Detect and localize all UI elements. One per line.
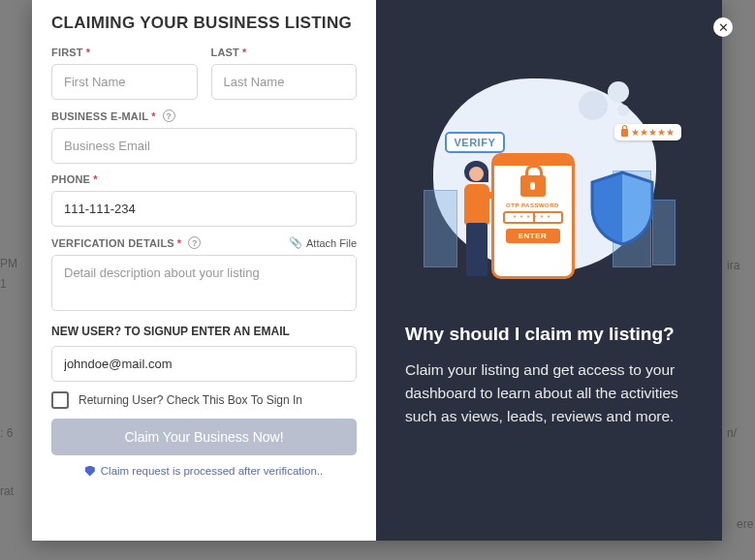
required-asterisk: * (242, 47, 246, 58)
bubble-shape (617, 105, 629, 116)
phone-illustration: OTP PASSWORD *** *** ENTER (491, 153, 575, 279)
bubble-shape (608, 81, 629, 103)
claim-business-button[interactable]: Claim Your Business Now! (51, 419, 357, 455)
label-text: PHONE (51, 173, 90, 185)
required-asterisk: * (151, 110, 155, 122)
label-text: BUSINESS E-MAIL (51, 110, 148, 122)
modal-title: CLAIMING YOUR BUSINESS LISTING (51, 14, 357, 33)
attach-file-button[interactable]: 📎 Attach File (289, 236, 357, 249)
label-text: VERFICATION DETAILS (51, 237, 174, 249)
shield-icon (85, 466, 95, 477)
business-email-input[interactable] (51, 128, 357, 164)
signup-email-input[interactable] (51, 346, 357, 382)
required-asterisk: * (93, 173, 97, 185)
returning-user-label: Returning User? Check This Box To Sign I… (79, 393, 302, 407)
close-icon: ✕ (718, 20, 729, 35)
verification-details-field: VERFICATION DETAILS * ? 📎 Attach File (51, 236, 357, 315)
shield-illustration (588, 171, 656, 246)
last-name-input[interactable] (211, 64, 358, 100)
label-text: LAST (211, 47, 240, 58)
required-asterisk: * (86, 47, 90, 58)
last-name-field: LAST* (211, 47, 358, 100)
returning-user-checkbox[interactable] (51, 391, 69, 409)
lock-icon (621, 129, 628, 137)
promo-body: Claim your listing and get access to you… (405, 358, 693, 428)
modal-promo-panel: VERIFY ★★★★★ OTP PASSWORD *** *** ENTER (376, 0, 722, 541)
help-icon[interactable]: ? (163, 109, 175, 122)
required-asterisk: * (177, 237, 181, 249)
claim-listing-modal: ✕ CLAIMING YOUR BUSINESS LISTING FIRST* … (32, 0, 722, 541)
illustration: VERIFY ★★★★★ OTP PASSWORD *** *** ENTER (424, 45, 676, 296)
help-icon[interactable]: ? (188, 236, 201, 249)
field-label: VERFICATION DETAILS * ? (51, 236, 201, 249)
field-label: LAST* (211, 47, 358, 58)
field-label: FIRST* (51, 47, 198, 58)
lock-icon (520, 175, 546, 197)
field-label: BUSINESS E-MAIL* ? (51, 109, 357, 122)
paperclip-icon: 📎 (289, 236, 302, 249)
attach-label: Attach File (306, 237, 357, 249)
first-name-input[interactable] (51, 64, 198, 100)
phone-field: PHONE* (51, 173, 357, 227)
returning-user-row: Returning User? Check This Box To Sign I… (51, 391, 357, 409)
bubble-shape (579, 91, 608, 120)
password-bubble: ★★★★★ (614, 124, 681, 140)
business-email-field: BUSINESS E-MAIL* ? (51, 109, 357, 164)
verify-badge: VERIFY (445, 132, 506, 153)
first-name-field: FIRST* (51, 47, 198, 100)
promo-heading: Why should I claim my listing? (405, 324, 693, 345)
enter-label: ENTER (506, 229, 560, 243)
verification-details-input[interactable] (51, 255, 357, 311)
otp-dots: *** *** (503, 211, 563, 224)
note-text: Claim request is processed after verific… (101, 465, 323, 477)
stars-text: ★★★★★ (631, 127, 675, 138)
otp-label: OTP PASSWORD (494, 202, 572, 208)
new-user-heading: NEW USER? TO SIGNUP ENTER AN EMAIL (51, 325, 357, 338)
phone-input[interactable] (51, 191, 357, 227)
label-text: FIRST (51, 47, 83, 58)
verification-note: Claim request is processed after verific… (51, 465, 357, 477)
modal-form-panel: CLAIMING YOUR BUSINESS LISTING FIRST* LA… (32, 0, 376, 541)
field-label: PHONE* (51, 173, 357, 185)
close-button[interactable]: ✕ (713, 17, 733, 37)
